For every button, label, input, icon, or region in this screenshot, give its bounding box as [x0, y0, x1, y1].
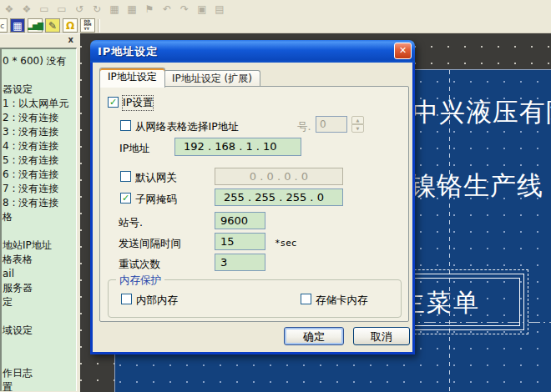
application-window: ❖❖▭▭↺↻▦▦⚑↶↷▣▤ ec▦▂▅▇✎ΩDD MM YY x 0 * 600…: [0, 0, 551, 392]
date-icon[interactable]: DD MM YY: [80, 18, 95, 33]
sidebar-list-item: [2, 338, 76, 352]
subnet-mask-input[interactable]: 255 . 255 . 255 . 0: [215, 188, 343, 206]
spinner-down-icon[interactable]: ▼: [351, 124, 364, 133]
tab-ip-settings-extended[interactable]: IP地址设定 (扩展): [164, 70, 260, 88]
shape-icon[interactable]: ❖: [2, 3, 17, 17]
timer-icon[interactable]: ec: [0, 18, 8, 33]
ok-button[interactable]: 确定: [284, 327, 344, 345]
number-input[interactable]: 0: [316, 116, 347, 133]
sidebar-list-item[interactable]: 7 : 没有连接: [2, 182, 76, 196]
sidebar-list-item[interactable]: ail: [2, 267, 76, 281]
report-edit-icon[interactable]: ✎: [45, 18, 60, 33]
ip-address-input[interactable]: 192 . 168 . 1 . 10: [174, 138, 301, 156]
sidebar-list-item[interactable]: 0 * 600) 没有: [2, 54, 76, 68]
rotate-left-icon[interactable]: ↺: [72, 3, 87, 17]
vertical-guide-line: [449, 70, 450, 392]
sidebar-list-item[interactable]: 1 : 以太网单元: [2, 97, 76, 111]
alarm-bell-icon[interactable]: Ω: [63, 18, 78, 33]
sidebar-list-item[interactable]: 器设定: [2, 83, 76, 97]
keypad-icon[interactable]: ▦: [10, 18, 25, 33]
sidebar-list-item[interactable]: 格: [2, 210, 76, 224]
ungroup-icon[interactable]: ▭: [54, 3, 69, 17]
default-gateway-label: 默认网关: [135, 171, 177, 185]
sidebar-list-item[interactable]: 格表格: [2, 253, 76, 267]
internal-memory-label: 内部内存: [136, 294, 178, 308]
internal-memory-checkbox[interactable]: [121, 294, 132, 304]
send-interval-input[interactable]: 15: [215, 233, 265, 250]
sidebar-settings-list: 0 * 600) 没有器设定1 : 以太网单元2 : 没有连接3 : 没有连接4…: [0, 48, 77, 391]
memory-protect-group: 内存保护 内部内存 存储卡内存: [108, 279, 402, 318]
memory-protect-group-label: 内存保护: [116, 274, 164, 288]
sidebar-list-item[interactable]: 5 : 没有连接: [2, 153, 76, 168]
spinner-up-icon[interactable]: ▲: [351, 116, 364, 124]
memory-card-label: 存储卡内存: [316, 294, 368, 308]
toolbar-row-1: ❖❖▭▭↺↻▦▦⚑↶↷▣▤: [0, 1, 227, 18]
sidebar-list-item: [2, 68, 76, 83]
sidebar-list-item[interactable]: 置: [2, 380, 76, 391]
export-screen-icon[interactable]: ▤: [212, 3, 227, 17]
sidebar-list-item[interactable]: 定: [2, 295, 76, 309]
sidebar-panel: x 0 * 600) 没有器设定1 : 以太网单元2 : 没有连接3 : 没有连…: [0, 33, 80, 392]
group-select-icon[interactable]: ▭: [37, 3, 52, 17]
toolbar-separator[interactable]: [98, 19, 100, 33]
hmi-title-text[interactable]: 中兴液压有限: [412, 95, 551, 130]
sidebar-list-item: [2, 309, 76, 324]
retry-count-input[interactable]: 3: [215, 254, 265, 271]
sidebar-list-item: [2, 224, 76, 239]
dialog-body: IP地址设定 IP地址设定 (扩展) ✓ IP设置 从网络表格选择IP地址 号.…: [90, 63, 415, 354]
retry-count-label: 重试次数: [119, 258, 160, 272]
cancel-button[interactable]: 取消: [353, 327, 410, 345]
subnet-mask-checkbox[interactable]: ✓: [120, 193, 131, 204]
sidebar-close-icon[interactable]: x: [68, 35, 73, 45]
sidebar-header: x: [0, 33, 80, 48]
sidebar-list-item[interactable]: 3 : 没有连接: [2, 125, 76, 139]
ip-enable-label: IP设置: [123, 96, 153, 110]
sidebar-list-item[interactable]: 服务器: [2, 281, 76, 295]
shape-arrow-icon[interactable]: ❖: [19, 3, 34, 17]
dialog-close-button[interactable]: ✕: [394, 43, 412, 59]
rotate-right-icon[interactable]: ↻: [89, 3, 104, 17]
memory-card-checkbox[interactable]: [301, 294, 311, 304]
send-interval-label: 发送间隔时间: [119, 237, 181, 251]
tile-grid-icon[interactable]: ▦: [124, 3, 139, 17]
sidebar-list-item[interactable]: 作日志: [2, 366, 76, 380]
align-grid-icon[interactable]: ▦: [107, 3, 122, 17]
pin-icon[interactable]: ⚑: [142, 3, 157, 17]
station-number-input[interactable]: 9600: [215, 212, 265, 229]
sidebar-list-item[interactable]: 4 : 没有连接: [2, 139, 76, 153]
toolbar-row-2: ec▦▂▅▇✎ΩDD MM YY: [0, 18, 100, 33]
bar-chart-icon[interactable]: ▂▅▇: [28, 18, 43, 33]
sidebar-list-item[interactable]: 2 : 没有连接: [2, 111, 76, 125]
ip-address-label: IP地址: [119, 142, 149, 156]
sidebar-list-item[interactable]: 域设定: [2, 324, 76, 338]
ip-enable-checkbox[interactable]: ✓: [108, 97, 119, 108]
toolbar: ❖❖▭▭↺↻▦▦⚑↶↷▣▤ ec▦▂▅▇✎ΩDD MM YY: [0, 0, 551, 33]
number-label: 号.: [297, 120, 311, 134]
screen-cursor-icon[interactable]: ▣: [195, 3, 210, 17]
tab-ip-settings[interactable]: IP地址设定: [99, 68, 165, 88]
station-number-label: 站号.: [119, 216, 143, 230]
from-network-table-label: 从网络表格选择IP地址: [135, 120, 239, 134]
sidebar-list-item[interactable]: 6 : 没有连接: [2, 168, 76, 182]
undo-icon[interactable]: ↶: [159, 3, 174, 17]
default-gateway-input: 0 . 0 . 0 . 0: [215, 168, 343, 185]
hmi-subtitle-text[interactable]: 镍铬生产线: [410, 168, 543, 204]
redo-icon[interactable]: ↷: [177, 3, 192, 17]
ip-settings-tab-panel: ✓ IP设置 从网络表格选择IP地址 号. 0 ▲ ▼ IP地址 192 . 1…: [99, 86, 409, 322]
send-interval-unit: *sec: [275, 238, 297, 249]
sidebar-list-item[interactable]: 地站IP地址: [2, 239, 76, 253]
subnet-mask-label: 子网掩码: [135, 193, 177, 207]
number-spinner[interactable]: ▲ ▼: [351, 116, 364, 133]
dialog-titlebar[interactable]: IP地址设定 ✕: [90, 40, 415, 63]
sidebar-list-item[interactable]: 8 : 没有连接: [2, 196, 76, 210]
dialog-title: IP地址设定: [98, 44, 158, 59]
sidebar-list-item: [2, 352, 76, 366]
from-network-table-checkbox[interactable]: [120, 120, 131, 131]
default-gateway-checkbox[interactable]: [120, 171, 131, 182]
ip-settings-dialog: IP地址设定 ✕ IP地址设定 IP地址设定 (扩展) ✓ IP设置 从网络表格…: [90, 40, 415, 354]
